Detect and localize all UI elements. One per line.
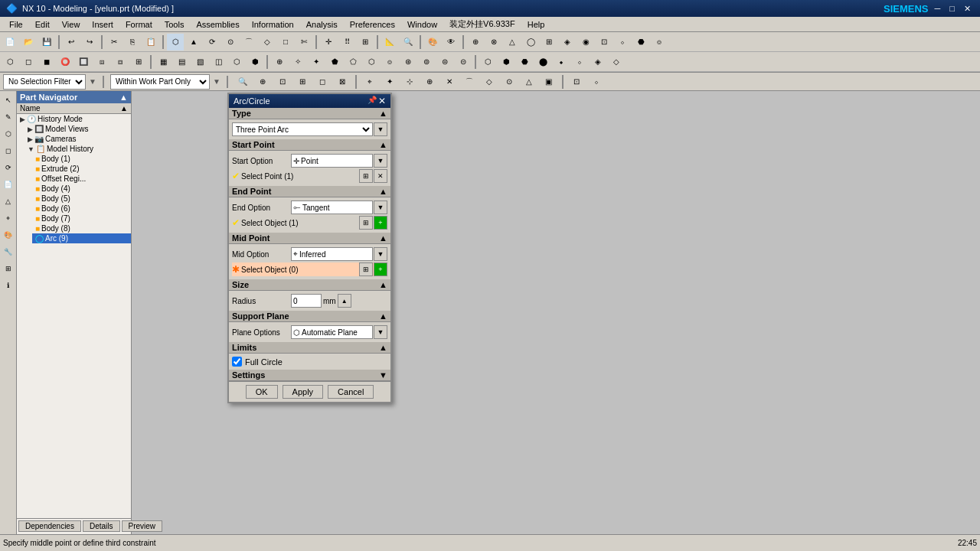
tb-more2[interactable]: ⊗ [485, 34, 502, 51]
plane-dropdown-btn[interactable]: ▼ [374, 325, 387, 339]
tb2-10[interactable]: ▤ [173, 54, 190, 70]
filter-face-btn[interactable]: ▣ [541, 73, 557, 90]
menu-tools[interactable]: Tools [158, 18, 191, 31]
tb2-12[interactable]: ◫ [210, 54, 227, 70]
start-filter-btn[interactable]: ⊞ [359, 169, 373, 183]
pn-item-extrude2[interactable]: ■ Extrude (2) [32, 164, 131, 174]
menu-window[interactable]: Window [401, 18, 443, 31]
dialog-pin-icon[interactable]: 📌 [368, 96, 377, 106]
tb-new[interactable]: 📄 [2, 34, 18, 51]
pn-item-offset[interactable]: ■ Offset Regi... [32, 174, 131, 184]
end-option-dropdown-btn[interactable]: ▼ [374, 201, 387, 214]
tb-more4[interactable]: ◯ [522, 34, 539, 51]
left-icon-pmi[interactable]: ⊞ [1, 261, 16, 276]
limits-section-header[interactable]: Limits ▲ [229, 342, 390, 354]
start-point-section-header[interactable]: Start Point ▲ [229, 139, 390, 151]
end-collapse-icon[interactable]: ▲ [379, 187, 387, 196]
mid-add-btn[interactable]: + [374, 262, 387, 276]
tb2-3[interactable]: ◼ [38, 54, 55, 70]
tb-more5[interactable]: ⊞ [541, 34, 557, 51]
start-collapse-icon[interactable]: ▲ [379, 140, 387, 149]
tb-move[interactable]: ✛ [320, 34, 337, 51]
dialog-close-button[interactable]: ✕ [378, 96, 386, 106]
pn-item-body7[interactable]: ■ Body (7) [32, 214, 131, 223]
left-icon-info2[interactable]: ℹ [1, 278, 16, 293]
tb2-20[interactable]: ⬡ [363, 54, 380, 70]
tb-pattern[interactable]: ⠿ [338, 34, 355, 51]
type-section-header[interactable]: Type ▲ [229, 108, 390, 119]
tb-more6[interactable]: ◈ [559, 34, 576, 51]
tb2-11[interactable]: ▧ [191, 54, 208, 70]
pn-item-body4[interactable]: ■ Body (4) [32, 184, 131, 194]
tb-undo[interactable]: ↩ [63, 34, 80, 51]
filter-edge-btn[interactable]: △ [521, 73, 537, 90]
filter-exist-btn[interactable]: ⊙ [501, 73, 518, 90]
pn-item-body5[interactable]: ■ Body (5) [32, 194, 131, 204]
menu-view[interactable]: View [56, 18, 87, 31]
tb2-19[interactable]: ⬠ [345, 54, 361, 70]
minimize-button[interactable]: ─ [932, 4, 944, 13]
tb-measure[interactable]: 📐 [381, 34, 398, 51]
filter-int-btn[interactable]: ✕ [441, 73, 458, 90]
tb2-9[interactable]: ▦ [155, 54, 172, 70]
tb-more11[interactable]: ⌾ [651, 34, 668, 51]
pn-column-header[interactable]: Name ▲ [17, 103, 131, 114]
tb-open[interactable]: 📂 [20, 34, 37, 51]
tb-revolve[interactable]: ⟳ [204, 34, 220, 51]
support-plane-header[interactable]: Support Plane ▲ [229, 311, 390, 322]
no-selection-filter-select[interactable]: No Selection Filter [3, 74, 86, 90]
pn-item-history-mode[interactable]: ▶ 🕐 History Mode [17, 114, 131, 124]
tb2-17[interactable]: ✦ [308, 54, 325, 70]
type-dropdown-btn[interactable]: ▼ [374, 122, 387, 136]
end-add-btn[interactable]: + [374, 216, 387, 230]
apply-button[interactable]: Apply [283, 385, 324, 399]
tb-save[interactable]: 💾 [38, 34, 55, 51]
tb2-25[interactable]: ⊝ [455, 54, 472, 70]
filter-btn-2[interactable]: ⊕ [254, 73, 271, 90]
tb2-21[interactable]: ⌾ [381, 54, 398, 70]
tb-cut[interactable]: ✂ [106, 34, 122, 51]
left-icon-tool[interactable]: 🔧 [1, 244, 16, 259]
tb-mirror[interactable]: ⊞ [357, 34, 374, 51]
tb2-16[interactable]: ✧ [289, 54, 306, 70]
full-circle-checkbox[interactable] [232, 357, 242, 367]
mid-option-dropdown-btn[interactable]: ▼ [374, 247, 387, 261]
menu-plugin[interactable]: 装定外挂V6.933F [443, 17, 521, 31]
tb-hole[interactable]: ⊙ [222, 34, 239, 51]
dialog-title-bar[interactable]: Arc/Circle 📌 ✕ [229, 94, 390, 108]
tb-copy[interactable]: ⎘ [124, 34, 141, 51]
left-icon-surface[interactable]: ◻ [1, 143, 16, 158]
tb-more9[interactable]: ⬦ [614, 34, 631, 51]
left-icon-mesh[interactable]: ⌖ [1, 210, 16, 226]
menu-insert[interactable]: Insert [86, 18, 119, 31]
mid-collapse-icon[interactable]: ▲ [379, 233, 387, 243]
start-deselect-btn[interactable]: ✕ [374, 169, 387, 183]
tb2-18[interactable]: ⬟ [326, 54, 343, 70]
menu-file[interactable]: File [3, 18, 29, 31]
tb2-29[interactable]: ⬤ [534, 54, 551, 70]
pn-item-body8[interactable]: ■ Body (8) [32, 223, 131, 233]
settings-section-header[interactable]: Settings ▼ [229, 370, 390, 381]
tb2-26[interactable]: ⬡ [479, 54, 496, 70]
left-icon-select[interactable]: ↖ [1, 93, 16, 108]
radius-input[interactable] [291, 294, 322, 308]
menu-format[interactable]: Format [119, 18, 158, 31]
filter-btn-3[interactable]: ⊡ [274, 73, 291, 90]
menu-preferences[interactable]: Preferences [344, 18, 401, 31]
tb2-4[interactable]: ⭕ [57, 54, 74, 70]
tb-sketch[interactable]: ⬡ [167, 34, 184, 51]
end-filter-btn[interactable]: ⊞ [359, 216, 373, 230]
settings-collapse-icon[interactable]: ▼ [379, 370, 387, 380]
limits-collapse-icon[interactable]: ▲ [379, 343, 387, 352]
tb2-31[interactable]: ⬦ [571, 54, 588, 70]
tb-redo[interactable]: ↪ [81, 34, 98, 51]
mid-point-section-header[interactable]: Mid Point ▲ [229, 233, 390, 244]
tb2-1[interactable]: ⬡ [2, 54, 18, 70]
tb2-30[interactable]: ⬥ [553, 54, 570, 70]
tb-chamfer[interactable]: ◇ [259, 34, 276, 51]
pn-item-body6[interactable]: ■ Body (6) [32, 204, 131, 214]
menu-information[interactable]: Information [246, 18, 300, 31]
start-option-dropdown-btn[interactable]: ▼ [374, 154, 387, 168]
tb2-8[interactable]: ⊞ [130, 54, 147, 70]
mid-filter-btn[interactable]: ⊞ [359, 262, 373, 276]
